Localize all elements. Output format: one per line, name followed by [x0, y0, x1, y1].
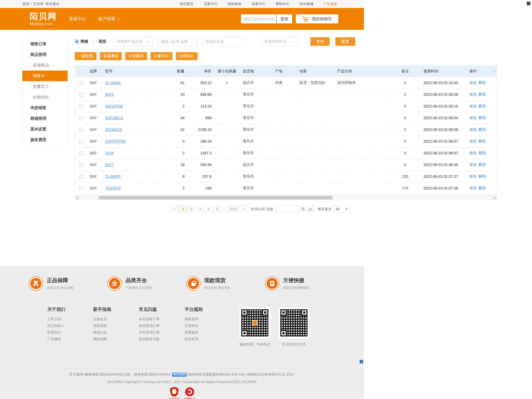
row-checkbox[interactable]: [79, 81, 83, 85]
row-checkbox[interactable]: [79, 128, 83, 132]
nav-seller-center[interactable]: 卖家中心: [69, 16, 86, 22]
row-checkbox[interactable]: [79, 140, 83, 143]
sidebar-item-商品管理[interactable]: 商品管理: [22, 49, 68, 60]
edit-link[interactable]: 修改: [469, 127, 477, 131]
batch-action-button[interactable]: 全部导出: [176, 52, 198, 60]
location-input[interactable]: [202, 37, 246, 46]
batch-action-button[interactable]: 批量导出: [151, 52, 172, 60]
delete-link[interactable]: 删除: [478, 116, 486, 120]
footer-link[interactable]: 陌贝创始人: [47, 322, 93, 329]
logout-link[interactable]: 安全退出: [45, 2, 59, 6]
page-button-3[interactable]: 3: [197, 206, 203, 212]
topbar-nav-item[interactable]: 广告服务: [323, 2, 337, 6]
radio-shop[interactable]: 商铺: [75, 39, 88, 44]
model-brand-input[interactable]: [157, 37, 198, 46]
topbar-nav-item[interactable]: 陌贝首页: [180, 2, 194, 6]
sidebar-item-销售订单[interactable]: 销售订单: [22, 39, 68, 49]
sidebar-item-批量导入[interactable]: 批量导入: [22, 81, 68, 92]
scrollbar-thumb[interactable]: [99, 196, 333, 199]
ad-close-icon[interactable]: ✕: [360, 360, 363, 363]
footer-link[interactable]: 网站地图: [93, 336, 139, 342]
model-link[interactable]: 2218: [105, 151, 113, 155]
sidebar-item-价格对比[interactable]: 价格对比: [22, 92, 68, 102]
footer-link[interactable]: 广告服务: [47, 336, 93, 342]
row-checkbox[interactable]: [79, 105, 83, 108]
edit-link[interactable]: 修改: [469, 186, 477, 190]
model-link[interactable]: 2207EKTN9: [105, 139, 125, 143]
sidebar-item-销售中[interactable]: 销售中: [22, 71, 68, 81]
qq-group-badge[interactable]: 加入QQ群: [172, 372, 187, 377]
row-checkbox[interactable]: [79, 175, 83, 179]
sidebar-item-询货销售[interactable]: 询货销售: [22, 102, 68, 113]
footer-link[interactable]: 交易条款: [185, 322, 230, 329]
batch-action-button[interactable]: 批量删除: [100, 52, 122, 60]
footer-link[interactable]: 公司介绍: [47, 316, 93, 322]
delete-link[interactable]: 删除: [478, 127, 486, 131]
bank-badge[interactable]: 华夏银行: [184, 387, 195, 399]
footer-link[interactable]: 隐私政策: [185, 316, 230, 322]
topbar-nav-item[interactable]: 帮助中心: [276, 2, 289, 6]
footer-link[interactable]: 如何财务记账: [139, 336, 185, 342]
nav-account-settings[interactable]: 账户设置 ∨: [98, 16, 119, 22]
reset-button[interactable]: 重置: [335, 37, 355, 46]
delete-link[interactable]: 删除: [478, 174, 486, 178]
go-button[interactable]: go: [307, 206, 314, 212]
model-link[interactable]: SYJ45KF: [105, 81, 121, 85]
sidebar-item-服务费用[interactable]: 服务费用: [22, 134, 68, 145]
footer-link[interactable]: 如何查询订单: [139, 322, 185, 329]
select-all-header[interactable]: [75, 66, 88, 77]
topbar-nav-item[interactable]: 卖家中心: [252, 2, 265, 6]
row-checkbox[interactable]: [79, 187, 83, 190]
scrollbar-track[interactable]: [80, 196, 492, 200]
delete-link[interactable]: 删除: [478, 80, 486, 85]
delete-link[interactable]: 删除: [478, 162, 486, 167]
edit-link[interactable]: 修改: [469, 162, 477, 167]
category-select[interactable]: 请选择产品分类 ∨: [113, 37, 153, 46]
topbar-nav-item[interactable]: 积分商城: [300, 2, 313, 6]
query-button[interactable]: 查询: [310, 37, 330, 46]
page-button-5[interactable]: 5: [214, 206, 220, 212]
page-button-2521[interactable]: 2521: [228, 206, 239, 212]
edit-link[interactable]: 修改: [469, 92, 477, 96]
row-checkbox[interactable]: [79, 163, 83, 167]
goto-page-input[interactable]: [275, 206, 300, 212]
footer-link[interactable]: 如何采购下单: [139, 316, 185, 322]
edit-link[interactable]: 修改: [469, 139, 477, 143]
vertical-scroll-arrow-icon[interactable]: ▲: [494, 69, 496, 72]
model-link[interactable]: 6217: [105, 163, 113, 167]
model-link[interactable]: TUJ40TF: [105, 174, 120, 179]
gongshang-badge[interactable]: 工商网监: [169, 387, 180, 399]
footer-link[interactable]: 采购流程: [93, 322, 139, 329]
batch-action-button[interactable]: 全部删除: [125, 52, 147, 60]
next-page-button[interactable]: >: [241, 206, 248, 212]
per-page-select[interactable]: 10 ▼: [333, 206, 350, 212]
delete-link[interactable]: 删除: [478, 151, 486, 155]
batch-action-button[interactable]: 一键更新: [75, 52, 97, 60]
row-checkbox[interactable]: [79, 151, 83, 155]
model-link[interactable]: 6315: [105, 92, 113, 97]
footer-link[interactable]: 异议处理: [185, 336, 230, 342]
footer-link[interactable]: 手机查询订单: [139, 329, 185, 336]
browser-corner-icon[interactable]: [527, 2, 530, 5]
delete-link[interactable]: 删除: [478, 186, 486, 190]
edit-link[interactable]: 修改: [469, 80, 477, 85]
topbar-nav-item[interactable]: 买家中心: [204, 2, 218, 6]
header-search-button[interactable]: 搜索: [277, 14, 292, 23]
sidebar-item-新增商品[interactable]: 新增商品: [22, 60, 68, 71]
footer-link[interactable]: 联系我们: [47, 329, 93, 336]
footer-link[interactable]: 商铺入驻: [93, 329, 139, 336]
edit-link[interactable]: 修改: [469, 104, 477, 108]
model-link[interactable]: 4201ATN9: [105, 104, 123, 108]
scroll-right-arrow-icon[interactable]: ►: [492, 196, 497, 200]
delete-link[interactable]: 删除: [478, 92, 486, 96]
radio-stock[interactable]: 现货: [93, 39, 106, 44]
model-link[interactable]: NJ216ECJ: [105, 116, 123, 120]
topbar-nav-item[interactable]: 我的资金: [228, 2, 242, 6]
row-checkbox[interactable]: [79, 93, 83, 97]
delete-link[interactable]: 删除: [478, 139, 486, 143]
model-link[interactable]: 3315A/C3: [105, 127, 122, 132]
page-button-...[interactable]: ...: [222, 206, 226, 212]
footer-link[interactable]: 注册会员: [93, 316, 139, 322]
edit-link[interactable]: 修改: [469, 116, 477, 120]
page-button-1[interactable]: 1: [180, 206, 186, 212]
